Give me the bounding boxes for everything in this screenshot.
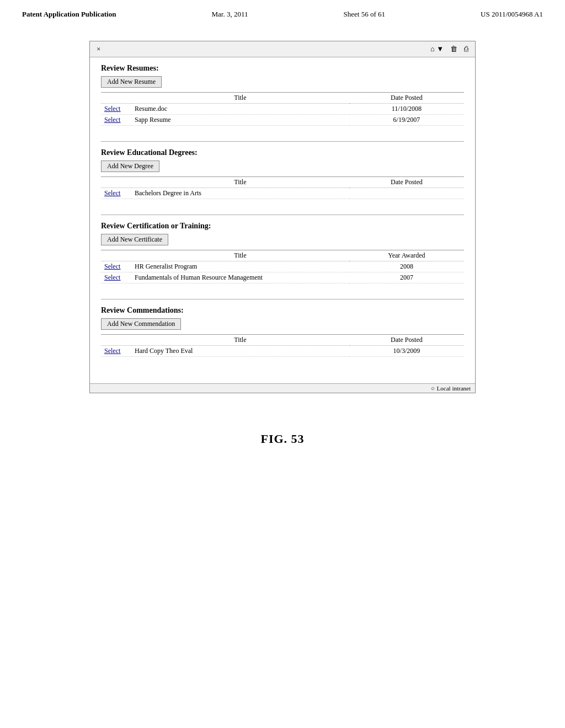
- resumes-table: Title Date Posted SelectResume.doc11/10/…: [101, 92, 464, 126]
- degrees-col-title: Title: [131, 177, 349, 188]
- browser-toolbar: × ⌂ ▼ 🗑 ⎙: [90, 41, 475, 57]
- home-icon[interactable]: ⌂ ▼: [428, 44, 446, 55]
- commendations-section: Review Commendations: Add New Commendati…: [101, 306, 464, 357]
- page-content: × ⌂ ▼ 🗑 ⎙ Review Resumes: Add New Resume…: [0, 24, 565, 410]
- figure-caption: FIG. 53: [0, 432, 565, 446]
- browser-statusbar: ○ Local intranet: [90, 383, 475, 393]
- select-link[interactable]: Select: [101, 115, 131, 126]
- select-link-text[interactable]: Select: [104, 189, 120, 197]
- toolbar-left: ×: [94, 44, 103, 55]
- commendations-table: Title Date Posted SelectHard Copy Theo E…: [101, 334, 464, 357]
- panel-content: Review Resumes: Add New Resume Title Dat…: [90, 57, 475, 383]
- comm-col-title: Title: [131, 335, 349, 346]
- row-date: 11/10/2008: [349, 104, 464, 115]
- status-circle-icon: ○: [431, 385, 435, 392]
- table-row: SelectResume.doc11/10/2008: [101, 104, 464, 115]
- select-link[interactable]: Select: [101, 272, 131, 283]
- certs-col-empty: [101, 250, 131, 261]
- divider-1: [101, 141, 464, 142]
- patent-header: Patent Application Publication Mar. 3, 2…: [0, 0, 565, 24]
- row-title: HR Generalist Program: [131, 261, 349, 272]
- commendations-title: Review Commendations:: [101, 306, 464, 315]
- row-title: Bachelors Degree in Arts: [131, 188, 349, 199]
- patent-sheet: Sheet 56 of 61: [344, 10, 385, 19]
- table-row: SelectHard Copy Theo Eval10/3/2009: [101, 346, 464, 357]
- table-row: SelectSapp Resume6/19/2007: [101, 115, 464, 126]
- close-button[interactable]: ×: [94, 44, 103, 55]
- add-degree-button[interactable]: Add New Degree: [101, 160, 159, 172]
- resumes-col-title: Title: [131, 93, 349, 104]
- select-link[interactable]: Select: [101, 104, 131, 115]
- divider-3: [101, 299, 464, 299]
- degrees-col-date: Date Posted: [349, 177, 464, 188]
- patent-number: US 2011/0054968 A1: [481, 10, 543, 19]
- resumes-col-date: Date Posted: [349, 93, 464, 104]
- select-link-text[interactable]: Select: [104, 274, 120, 281]
- row-title: Resume.doc: [131, 104, 349, 115]
- table-row: SelectBachelors Degree in Arts: [101, 188, 464, 199]
- certs-col-date: Year Awarded: [349, 250, 464, 261]
- row-date: 10/3/2009: [349, 346, 464, 357]
- table-row: SelectFundamentals of Human Resource Man…: [101, 272, 464, 283]
- toolbar-right: ⌂ ▼ 🗑 ⎙: [428, 44, 471, 55]
- degrees-col-empty: [101, 177, 131, 188]
- degrees-table: Title Date Posted SelectBachelors Degree…: [101, 176, 464, 199]
- trash-icon[interactable]: 🗑: [448, 44, 460, 55]
- browser-window: × ⌂ ▼ 🗑 ⎙ Review Resumes: Add New Resume…: [89, 41, 476, 393]
- resumes-title: Review Resumes:: [101, 64, 464, 73]
- select-link-text[interactable]: Select: [104, 347, 120, 355]
- status-text: Local intranet: [437, 385, 471, 392]
- row-date: [349, 188, 464, 199]
- row-title: Hard Copy Theo Eval: [131, 346, 349, 357]
- certs-col-title: Title: [131, 250, 349, 261]
- row-date: 2007: [349, 272, 464, 283]
- divider-2: [101, 215, 464, 215]
- row-title: Sapp Resume: [131, 115, 349, 126]
- row-date: 2008: [349, 261, 464, 272]
- certifications-table: Title Year Awarded SelectHR Generalist P…: [101, 250, 464, 283]
- print-icon[interactable]: ⎙: [462, 44, 471, 55]
- add-certificate-button[interactable]: Add New Certificate: [101, 234, 168, 245]
- row-title: Fundamentals of Human Resource Managemen…: [131, 272, 349, 283]
- certifications-section: Review Certification or Training: Add Ne…: [101, 222, 464, 283]
- certifications-title: Review Certification or Training:: [101, 222, 464, 231]
- add-resume-button[interactable]: Add New Resume: [101, 76, 162, 88]
- table-row: SelectHR Generalist Program2008: [101, 261, 464, 272]
- select-link-text[interactable]: Select: [104, 105, 120, 113]
- patent-date: Mar. 3, 2011: [212, 10, 248, 19]
- select-link-text[interactable]: Select: [104, 263, 120, 270]
- select-link[interactable]: Select: [101, 188, 131, 199]
- resumes-col-empty: [101, 93, 131, 104]
- row-date: 6/19/2007: [349, 115, 464, 126]
- comm-col-date: Date Posted: [349, 335, 464, 346]
- patent-left-label: Patent Application Publication: [22, 10, 116, 19]
- comm-col-empty: [101, 335, 131, 346]
- select-link-text[interactable]: Select: [104, 116, 120, 124]
- degrees-section: Review Educational Degrees: Add New Degr…: [101, 148, 464, 199]
- add-commendation-button[interactable]: Add New Commendation: [101, 318, 181, 330]
- select-link[interactable]: Select: [101, 261, 131, 272]
- select-link[interactable]: Select: [101, 346, 131, 357]
- resumes-section: Review Resumes: Add New Resume Title Dat…: [101, 64, 464, 126]
- degrees-title: Review Educational Degrees:: [101, 148, 464, 157]
